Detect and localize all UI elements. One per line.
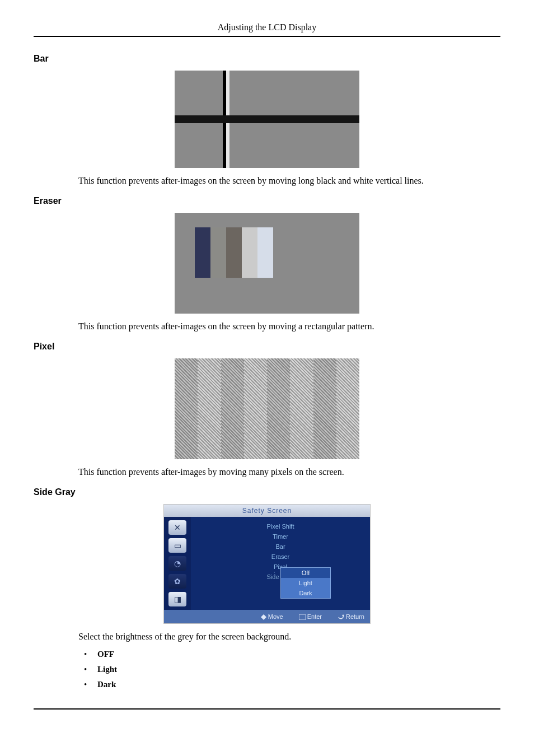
osd-option-off[interactable]: Off — [281, 568, 330, 578]
sidegray-options-list: OFF Light Dark — [84, 650, 500, 689]
osd-item-bar[interactable]: Bar — [196, 542, 364, 552]
osd-icon-setup[interactable]: ✿ — [168, 574, 186, 589]
osd-icon-picture[interactable]: ▭ — [168, 538, 186, 553]
osd-hint-enter: Enter — [299, 613, 322, 620]
figure-osd-sidegray: Safety Screen ✕ ▭ ◔ ✿ ◨ Pixel Shift Time… — [34, 504, 500, 624]
figure-bar — [34, 71, 500, 168]
osd-options: Off Light Dark — [280, 567, 331, 599]
osd-title: Safety Screen — [164, 505, 370, 517]
bullet-off: OFF — [84, 650, 500, 659]
osd-hint-move: Move — [261, 613, 283, 620]
heading-bar: Bar — [34, 54, 500, 64]
text-eraser: This function prevents after-images on t… — [78, 321, 500, 332]
heading-sidegray: Side Gray — [34, 487, 500, 497]
osd-footer: Move Enter Return — [164, 610, 370, 623]
osd-icon-time[interactable]: ◔ — [168, 556, 186, 571]
page-header: Adjusting the LCD Display — [34, 22, 500, 37]
figure-pixel — [34, 358, 500, 459]
text-sidegray: Select the brightness of the grey for th… — [78, 632, 500, 642]
text-bar: This function prevents after-images on t… — [78, 176, 500, 186]
osd-item-pixelshift[interactable]: Pixel Shift — [196, 521, 364, 531]
osd-option-dark[interactable]: Dark — [281, 588, 330, 598]
heading-pixel: Pixel — [34, 342, 500, 352]
osd-icon-multi[interactable]: ◨ — [168, 592, 186, 606]
bullet-light: Light — [84, 665, 500, 674]
osd-sidebar: ✕ ▭ ◔ ✿ ◨ — [164, 517, 191, 610]
osd-item-timer[interactable]: Timer — [196, 531, 364, 542]
figure-eraser — [34, 213, 500, 314]
osd-icon-input[interactable]: ✕ — [168, 520, 186, 535]
bullet-dark: Dark — [84, 680, 500, 689]
osd-item-eraser[interactable]: Eraser — [196, 552, 364, 562]
svg-marker-0 — [261, 614, 266, 620]
osd-colon: : — [274, 570, 275, 576]
osd-option-light[interactable]: Light — [281, 578, 330, 588]
svg-rect-1 — [299, 614, 306, 620]
svg-marker-2 — [342, 614, 344, 616]
footer-divider — [34, 708, 500, 710]
heading-eraser: Eraser — [34, 196, 500, 206]
text-pixel: This function prevents after-images by m… — [78, 467, 500, 477]
osd-menu: Pixel Shift Timer Bar Eraser Pixel Side … — [191, 517, 370, 610]
osd-hint-return: Return — [338, 613, 364, 620]
